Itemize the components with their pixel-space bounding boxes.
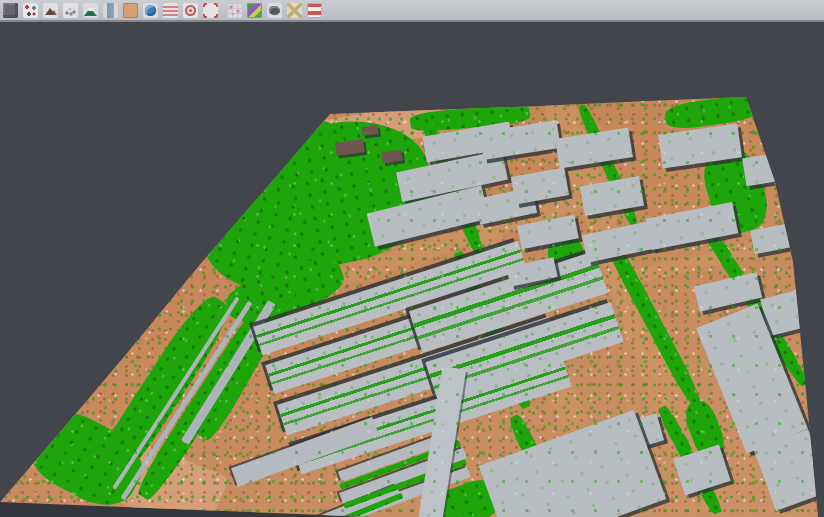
vegetation-hill-tool-button[interactable] [82, 2, 99, 19]
flag-stripes-tool-button[interactable] [306, 2, 323, 19]
profile-slab-tool-button[interactable] [102, 2, 119, 19]
profile-slab-tool-icon [103, 3, 118, 18]
pick-center-tool-button[interactable] [182, 2, 199, 19]
grid-markers-tool-button[interactable] [226, 2, 243, 19]
globe-tool-button[interactable] [142, 2, 159, 19]
mesh-model-tool-button[interactable] [266, 2, 283, 19]
ortho-image-tool-button[interactable] [122, 2, 139, 19]
terrain-surface [0, 0, 824, 517]
roof-dark-3 [361, 124, 378, 135]
building-r2 [742, 150, 802, 186]
ground-points-tool-button[interactable] [62, 2, 79, 19]
point-cloud-tool-button[interactable] [2, 2, 19, 19]
app-window [0, 0, 824, 517]
ground-points-tool-icon [63, 3, 78, 18]
pick-center-tool-icon [183, 3, 198, 18]
point-cloud-scene [0, 0, 824, 517]
toolbar [0, 0, 824, 22]
toolbar-group-1 [2, 2, 219, 19]
class-list-tool-button[interactable] [162, 2, 179, 19]
clip-box-tool-icon [203, 3, 218, 18]
left-blob [48, 346, 96, 404]
toolbar-group-2 [226, 2, 323, 19]
measure-x-tool-button[interactable] [286, 2, 303, 19]
ortho-image-tool-icon [123, 3, 138, 18]
point-cloud-tool-icon [3, 3, 18, 18]
measure-x-tool-icon [287, 3, 302, 18]
roof-dark-2 [381, 149, 402, 163]
globe-tool-icon [143, 3, 158, 18]
terrain-mound-tool-button[interactable] [42, 2, 59, 19]
terrain-mound-tool-icon [43, 3, 58, 18]
building-r6 [760, 288, 816, 336]
flag-stripes-tool-icon [307, 3, 322, 18]
grid-markers-tool-icon [227, 3, 242, 18]
3d-viewport[interactable] [0, 24, 824, 517]
align-points-tool-icon [23, 3, 38, 18]
mesh-model-tool-icon [267, 3, 282, 18]
vegetation-hill-tool-icon [83, 3, 98, 18]
align-points-tool-button[interactable] [22, 2, 39, 19]
topright-patch [663, 93, 761, 132]
class-list-tool-icon [163, 3, 178, 18]
clip-box-tool-button[interactable] [202, 2, 219, 19]
toolbar-separator [219, 2, 226, 18]
classified-cloud-tool-icon [247, 3, 262, 18]
classified-cloud-tool-button[interactable] [246, 2, 263, 19]
